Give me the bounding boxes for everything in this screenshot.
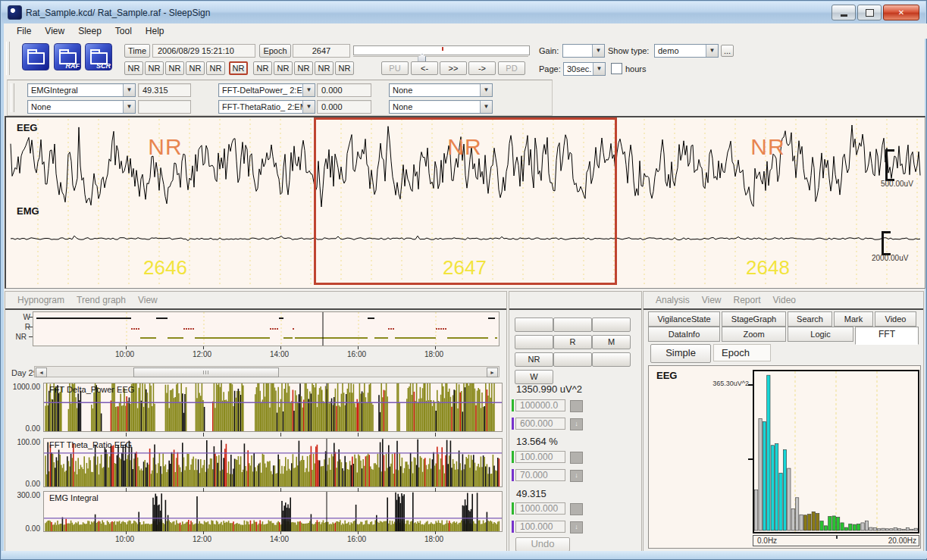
tab-search[interactable]: Search	[788, 311, 832, 327]
upper-threshold-input[interactable]: 100000.0	[515, 399, 565, 411]
stage-quick-button-10[interactable]: NR	[335, 61, 354, 75]
scroll-right-icon[interactable]: ►	[487, 368, 498, 377]
epoch-button[interactable]: Epoch	[259, 44, 291, 58]
stage-set-button[interactable]	[515, 335, 553, 349]
indicator-combo-r2c2[interactable]: FFT-ThetaRatio_ 2:EMG▼	[218, 100, 315, 114]
menu-view[interactable]: View	[38, 24, 71, 38]
indicator-combo-r1c1[interactable]: EMGIntegral▼	[27, 83, 136, 97]
stage-quick-button-9[interactable]: NR	[315, 61, 334, 75]
hours-checkbox[interactable]	[611, 63, 622, 74]
stage-quick-button-2[interactable]: NR	[165, 61, 184, 75]
indicator-combo-r2c1[interactable]: None▼	[27, 100, 136, 114]
stage-quick-button-1[interactable]: NR	[145, 61, 164, 75]
stage-quick-button-5[interactable]: NR	[229, 61, 248, 75]
simple-button[interactable]: Simple	[650, 344, 711, 363]
nav-pu-button[interactable]: PU	[381, 61, 409, 75]
indicator-combo-r1c2[interactable]: FFT-DeltaPower_ 2:EMG▼	[218, 83, 315, 97]
stage-set-button-r[interactable]: R	[553, 335, 592, 349]
stage-quick-button-7[interactable]: NR	[274, 61, 293, 75]
tab-video[interactable]: Video	[875, 311, 916, 327]
panel-grip[interactable]	[11, 83, 14, 112]
indicator-combo-r2c3[interactable]: None▼	[389, 100, 493, 114]
nav-pd-button[interactable]: PD	[498, 61, 525, 75]
epoch-slider-track[interactable]	[353, 45, 530, 55]
threshold-side-button[interactable]	[570, 503, 583, 515]
stage-set-button[interactable]	[553, 352, 592, 367]
stage-set-button[interactable]	[592, 352, 631, 367]
tab-stagegraph[interactable]: StageGraph	[722, 311, 786, 327]
panel-menu-trend-graph[interactable]: Trend graph	[70, 293, 132, 307]
panel-menu-video[interactable]: Video	[767, 293, 802, 307]
trace-panel[interactable]: EEG EMG NR2646NR2647NR2648 500.00uV 2000…	[5, 116, 925, 289]
stage-quick-button-8[interactable]: NR	[294, 61, 313, 75]
threshold-side-button[interactable]	[570, 452, 583, 464]
tab-logic[interactable]: Logic	[788, 327, 853, 342]
open-kcd-icon[interactable]	[22, 43, 49, 70]
trend-plot-3[interactable]	[43, 491, 503, 532]
tab-zoom[interactable]: Zoom	[722, 327, 786, 342]
stage-quick-button-4[interactable]: NR	[206, 61, 225, 75]
time-field[interactable]: 2006/08/29 15:21:10	[152, 44, 255, 58]
tab-datainfo[interactable]: DataInfo	[648, 327, 720, 342]
hypnogram-scrollbar[interactable]: ◄ ►	[34, 366, 500, 377]
scrollbar-thumb[interactable]	[133, 368, 279, 377]
stage-quick-button-3[interactable]: NR	[186, 61, 205, 75]
minimize-button[interactable]	[831, 5, 856, 20]
indicator-combo-r1c3[interactable]: None▼	[389, 83, 493, 97]
stage-set-button[interactable]	[553, 318, 592, 332]
nav-next-button[interactable]: ->	[468, 61, 496, 75]
scroll-left-icon[interactable]: ◄	[36, 368, 47, 377]
show-type-more-button[interactable]: ...	[721, 45, 734, 57]
nav-prev-button[interactable]: <-	[411, 61, 438, 75]
menu-help[interactable]: Help	[139, 24, 171, 38]
stage-set-button-nr[interactable]: NR	[515, 352, 553, 367]
open-scr-icon[interactable]: SCR	[85, 43, 112, 70]
menu-file[interactable]: File	[10, 24, 38, 38]
restore-button[interactable]	[857, 5, 882, 20]
panel-menu-view[interactable]: View	[696, 293, 728, 307]
toolbar-grip[interactable]	[6, 42, 10, 75]
stage-set-button-w[interactable]: W	[515, 370, 553, 384]
emg-scale-bracket	[882, 231, 891, 255]
lower-threshold-input[interactable]: 600.000	[515, 418, 565, 430]
upper-threshold-input[interactable]: 1000.000	[515, 502, 565, 515]
epoch-tab[interactable]: Epoch	[713, 344, 771, 361]
lower-threshold-input[interactable]: 70.000	[515, 469, 565, 481]
epoch-field[interactable]: 2647	[293, 44, 350, 58]
close-button[interactable]: ✕	[883, 5, 919, 20]
panel-menu-view[interactable]: View	[132, 293, 164, 307]
lower-threshold-input[interactable]: 100.000	[515, 521, 565, 533]
panel-menu-report[interactable]: Report	[727, 293, 766, 307]
stage-quick-button-0[interactable]: NR	[124, 61, 143, 75]
hypnogram-plot[interactable]	[33, 311, 500, 346]
tab-fft[interactable]: FFT	[855, 327, 919, 345]
open-raf-icon[interactable]: RAF	[54, 43, 81, 70]
undo-button[interactable]: Undo	[515, 537, 570, 552]
apply-down-icon[interactable]: ↓	[570, 470, 583, 482]
chevron-down-icon: ▼	[593, 63, 605, 75]
apply-down-icon[interactable]: ↓	[570, 521, 583, 533]
application-window: Rat_Sample.kcd/ Rat_Sample.raf - SleepSi…	[0, 0, 927, 560]
stage-set-button[interactable]	[592, 318, 631, 332]
page-combo[interactable]: 30sec.▼	[563, 62, 606, 76]
gain-combo[interactable]: ▼	[562, 44, 605, 58]
nav-nextnext-button[interactable]: >>	[440, 61, 467, 75]
apply-down-icon[interactable]: ↓	[570, 418, 583, 430]
panel-menu-hypnogram[interactable]: Hypnogram	[11, 293, 70, 307]
menu-sleep[interactable]: Sleep	[71, 24, 108, 38]
stage-set-button[interactable]	[515, 318, 553, 332]
show-type-combo[interactable]: demo▼	[654, 44, 719, 58]
threshold-side-button[interactable]	[570, 400, 583, 412]
upper-threshold-input[interactable]: 100.000	[515, 451, 565, 463]
stage-quick-button-6[interactable]: NR	[253, 61, 272, 75]
fft-plot[interactable]	[753, 370, 919, 533]
title-bar[interactable]: Rat_Sample.kcd/ Rat_Sample.raf - SleepSi…	[2, 2, 925, 23]
trend-ymax: 1000.00	[7, 383, 40, 391]
analysis-panel: AnalysisViewReportVideo VigilanceStateSt…	[643, 291, 924, 552]
time-button[interactable]: Time	[124, 44, 150, 58]
tab-vigilancestate[interactable]: VigilanceState	[648, 311, 720, 327]
menu-tool[interactable]: Tool	[108, 24, 139, 38]
panel-menu-analysis[interactable]: Analysis	[650, 293, 696, 307]
stage-set-button-m[interactable]: M	[592, 335, 631, 349]
tab-mark[interactable]: Mark	[834, 311, 873, 327]
